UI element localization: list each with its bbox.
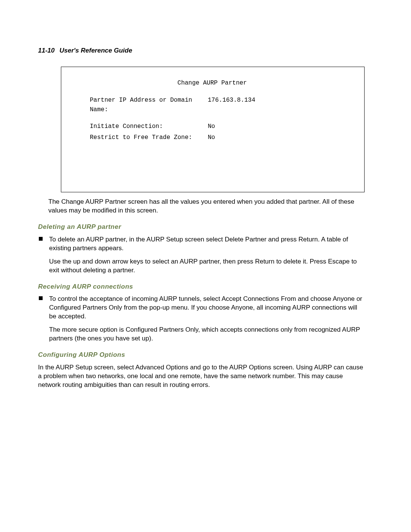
heading-deleting: Deleting an AURP partner bbox=[38, 223, 377, 232]
terminal-row-initiate: Initiate Connection: No bbox=[90, 122, 350, 131]
bullet-list-delete: To delete an AURP partner, in the AURP S… bbox=[38, 235, 377, 275]
square-bullet-icon bbox=[39, 296, 43, 300]
terminal-screen: Change AURP Partner Partner IP Address o… bbox=[61, 67, 365, 192]
guide-title: User's Reference Guide bbox=[59, 47, 132, 54]
terminal-label: Initiate Connection: bbox=[90, 122, 208, 131]
paragraph-config: In the AURP Setup screen, select Advance… bbox=[38, 363, 365, 390]
terminal-value: No bbox=[208, 122, 215, 131]
paragraph-after-box: The Change AURP Partner screen has all t… bbox=[48, 198, 365, 215]
page-header: 11-10 User's Reference Guide bbox=[38, 46, 377, 55]
page-number: 11-10 bbox=[38, 47, 54, 54]
list-item: To delete an AURP partner, in the AURP S… bbox=[38, 235, 365, 275]
bullet-subtext: The more secure option is Configured Par… bbox=[49, 326, 365, 343]
terminal-row-ip: Partner IP Address or Domain Name: 176.1… bbox=[90, 96, 350, 115]
bullet-text: To delete an AURP partner, in the AURP S… bbox=[49, 235, 365, 253]
terminal-label: Restrict to Free Trade Zone: bbox=[90, 133, 208, 142]
bullet-subtext: Use the up and down arrow keys to select… bbox=[49, 257, 365, 275]
heading-receiving: Receiving AURP connections bbox=[38, 283, 377, 291]
bullet-list-receive: To control the acceptance of incoming AU… bbox=[38, 295, 377, 343]
bullet-text: To control the acceptance of incoming AU… bbox=[49, 295, 365, 321]
square-bullet-icon bbox=[39, 237, 43, 241]
list-item: To control the acceptance of incoming AU… bbox=[38, 295, 365, 343]
terminal-row-restrict: Restrict to Free Trade Zone: No bbox=[90, 133, 350, 142]
document-page: 11-10 User's Reference Guide Change AURP… bbox=[0, 0, 411, 390]
heading-configuring: Configuring AURP Options bbox=[38, 351, 377, 359]
terminal-label: Partner IP Address or Domain Name: bbox=[90, 96, 208, 115]
terminal-title: Change AURP Partner bbox=[75, 78, 350, 88]
terminal-value: No bbox=[208, 133, 215, 142]
terminal-value: 176.163.8.134 bbox=[208, 96, 255, 115]
